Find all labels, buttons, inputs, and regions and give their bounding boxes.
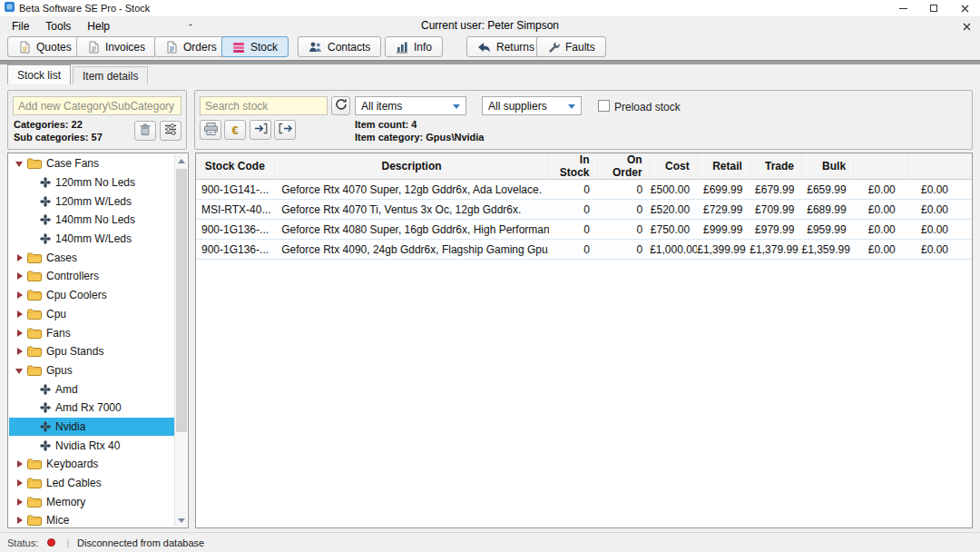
column-header-retail[interactable]: Retail <box>697 153 750 180</box>
table-row[interactable]: 900-1G136-...Geforce Rtx 4080 Super, 16g… <box>196 220 972 240</box>
delete-category-button[interactable] <box>134 121 156 141</box>
column-header-trade[interactable]: Trade <box>750 153 801 180</box>
print-button[interactable] <box>200 120 221 140</box>
cell-retail: £729.99 <box>697 200 750 220</box>
column-header-description[interactable]: Description <box>274 153 549 180</box>
close-icon[interactable] <box>949 0 980 16</box>
suppliers-filter-select[interactable]: All suppliers <box>482 96 582 115</box>
window-title: Beta Software SE Pro - Stock <box>19 3 150 14</box>
child-close-icon[interactable] <box>960 20 973 33</box>
cell-cost: £750.00 <box>650 220 697 240</box>
search-stock-input[interactable] <box>200 96 328 115</box>
tree-item-amd[interactable]: Amd <box>9 380 174 399</box>
tree-item-cases[interactable]: Cases <box>9 248 174 267</box>
add-category-input[interactable] <box>13 96 181 115</box>
tree-item-label: Cpu <box>46 308 66 320</box>
item-category-value: Gpus\Nvidia <box>426 132 484 143</box>
column-header-cost[interactable]: Cost <box>650 153 697 180</box>
tree-item-keyboards[interactable]: Keyboards <box>9 455 174 474</box>
minimize-icon[interactable] <box>887 0 918 16</box>
cell-in-stock: 0 <box>549 240 597 260</box>
tree-item-case-fans[interactable]: Case Fans <box>9 154 174 173</box>
categories-count: 22 <box>72 119 83 130</box>
stock-button[interactable]: Stock <box>221 36 289 57</box>
tree-item-nvidia[interactable]: Nvidia <box>9 418 174 437</box>
collapse-icon[interactable] <box>15 158 25 169</box>
tree-item-120mm-no-leds[interactable]: 120mm No Leds <box>9 173 174 192</box>
column-header-extra-2[interactable] <box>908 153 972 180</box>
contacts-button[interactable]: Contacts <box>298 36 381 57</box>
tree-item-label: Controllers <box>46 270 99 282</box>
returns-button[interactable]: Returns <box>466 36 545 57</box>
expand-icon[interactable] <box>15 458 25 469</box>
quotes-button[interactable]: Quotes <box>7 36 83 57</box>
tree-item-fans[interactable]: Fans <box>9 323 174 342</box>
fan-icon <box>40 196 51 207</box>
expand-icon[interactable] <box>15 346 25 357</box>
cell-on-order: 0 <box>597 180 650 200</box>
expand-icon[interactable] <box>15 290 25 301</box>
stock-icon <box>232 41 245 54</box>
cell-trade: £679.99 <box>750 180 801 200</box>
tree-scrollbar[interactable] <box>174 154 187 527</box>
expand-icon[interactable] <box>15 478 25 488</box>
table-row[interactable]: MSI-RTX-40...Geforce Rtx 4070 Ti, Ventus… <box>196 200 972 220</box>
items-filter-select[interactable]: All items <box>355 96 466 115</box>
tree-item-120mm-w-leds[interactable]: 120mm W/Leds <box>9 192 174 211</box>
euro-icon: € <box>231 123 238 137</box>
preload-stock-checkbox[interactable] <box>598 100 610 112</box>
expand-icon[interactable] <box>15 309 25 320</box>
expand-icon[interactable] <box>15 497 25 508</box>
currency-button[interactable]: € <box>224 120 246 140</box>
export-button[interactable] <box>274 120 296 140</box>
tree-item-label: 120mm W/Leds <box>55 195 132 208</box>
expand-icon[interactable] <box>15 515 25 526</box>
column-header-stock-code[interactable]: Stock Code <box>196 153 274 180</box>
info-button[interactable]: Info <box>385 36 443 57</box>
import-button[interactable] <box>250 120 271 140</box>
category-options-button[interactable] <box>160 121 181 141</box>
scroll-up-icon[interactable] <box>175 154 188 167</box>
quotes-icon <box>18 41 31 54</box>
tree-item-140mm-no-leds[interactable]: 140mm No Leds <box>9 211 174 230</box>
expand-icon[interactable] <box>15 271 25 281</box>
collapse-icon[interactable] <box>15 365 25 376</box>
tab-stock-list[interactable]: Stock list <box>7 64 71 84</box>
invoices-button[interactable]: Invoices <box>76 36 156 57</box>
tree-item-gpu-stands[interactable]: Gpu Stands <box>9 342 174 361</box>
folder-icon <box>27 515 42 526</box>
expand-icon[interactable] <box>15 252 25 263</box>
refresh-button[interactable] <box>331 96 350 115</box>
tree-item-mice[interactable]: Mice <box>9 511 174 527</box>
tree-item-label: 140mm W/Leds <box>55 232 132 245</box>
expand-icon[interactable] <box>15 328 25 339</box>
orders-button[interactable]: Orders <box>154 36 228 57</box>
tree-item-cpu[interactable]: Cpu <box>9 305 174 324</box>
table-row[interactable]: 900-1G141-...Geforce Rtx 4070 Super, 12g… <box>196 180 972 200</box>
column-header-in-stock[interactable]: In Stock <box>549 153 597 180</box>
folder-icon <box>27 458 42 469</box>
tree-item-nvidia-rtx-40[interactable]: Nvidia Rtx 40 <box>9 436 174 455</box>
table-row[interactable]: 900-1G136-...Geforce Rtx 4090, 24gb Gddr… <box>196 240 972 260</box>
tree-item-label: Gpus <box>46 364 73 377</box>
tree-item-led-cables[interactable]: Led Cables <box>9 474 174 493</box>
tree-item-gpus[interactable]: Gpus <box>9 361 174 380</box>
tree-item-controllers[interactable]: Controllers <box>9 267 174 286</box>
column-header-on-order[interactable]: On Order <box>597 153 650 180</box>
returns-icon <box>477 42 491 53</box>
maximize-icon[interactable] <box>918 0 949 16</box>
faults-button[interactable]: Faults <box>536 36 606 57</box>
column-header-bulk[interactable]: Bulk <box>801 153 853 180</box>
tree-item-memory[interactable]: Memory <box>9 492 174 511</box>
fan-icon <box>40 440 51 451</box>
button-label: Returns <box>496 41 534 54</box>
scrollbar-thumb[interactable] <box>176 169 187 432</box>
column-header-extra-1[interactable] <box>854 153 908 180</box>
category-panel: Categories: 22 Sub categories: 57 <box>7 90 187 150</box>
cell-cost: £500.00 <box>650 180 697 200</box>
tree-item-140mm-w-leds[interactable]: 140mm W/Leds <box>9 230 174 249</box>
scroll-down-icon[interactable] <box>175 514 188 527</box>
tree-item-amd-rx-7000[interactable]: Amd Rx 7000 <box>9 399 174 418</box>
tab-item-details[interactable]: Item details <box>73 66 148 84</box>
tree-item-cpu-coolers[interactable]: Cpu Coolers <box>9 286 174 305</box>
